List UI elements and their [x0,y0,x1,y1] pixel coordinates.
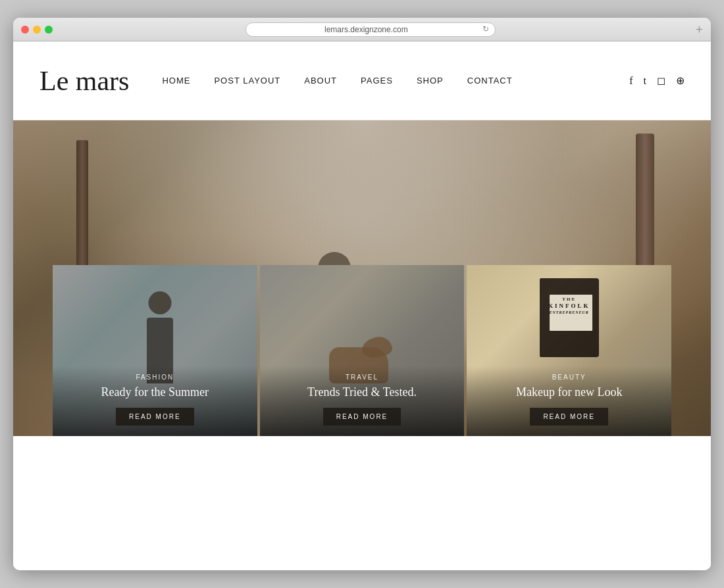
minimize-dot[interactable] [33,26,41,34]
site-logo[interactable]: Le mars [39,65,129,97]
nav-pages[interactable]: PAGES [361,76,393,86]
card-category-3: BEAUTY [477,374,661,381]
card-title-1: Ready for the Summer [63,385,247,400]
card-overlay-1: FASHION Ready for the Summer READ MORE [53,366,257,436]
book-title: THE KINFOLK Entrepreneur [540,297,599,316]
card-book-figure: THE KINFOLK Entrepreneur [540,278,599,357]
maximize-dot[interactable] [45,26,53,34]
url-bar: ↻ [58,22,690,37]
card-title-2: Trends Tried & Tested. [271,385,454,400]
book-line3: Entrepreneur [540,310,599,316]
social-icons: f t ◻ ⊕ [629,74,685,87]
site-nav: HOME POST LAYOUT ABOUT PAGES SHOP CONTAC… [162,76,629,86]
nav-home[interactable]: HOME [162,76,190,86]
twitter-icon[interactable]: t [644,75,646,87]
nav-post-layout[interactable]: POST LAYOUT [214,76,280,86]
card-category-1: FASHION [63,374,247,381]
close-dot[interactable] [21,26,29,34]
post-card-fashion[interactable]: FASHION Ready for the Summer READ MORE [53,265,257,436]
reload-icon[interactable]: ↻ [482,24,489,34]
browser-dots [21,26,53,34]
card-read-more-3[interactable]: READ MORE [477,408,661,426]
browser-content: Le mars HOME POST LAYOUT ABOUT PAGES SHO… [13,41,711,570]
new-tab-button[interactable]: + [696,23,703,36]
pinterest-icon[interactable]: ⊕ [676,74,685,87]
posts-section: FASHION Ready for the Summer READ MORE T… [13,265,711,436]
url-input[interactable] [246,22,496,37]
facebook-icon[interactable]: f [629,75,633,87]
card-overlay-2: TRAVEL Trends Tried & Tested. READ MORE [260,366,465,436]
instagram-icon[interactable]: ◻ [657,74,665,87]
browser-titlebar: ↻ + [13,18,711,41]
read-more-btn-2[interactable]: READ MORE [323,408,401,426]
card-title-3: Makeup for new Look [477,385,661,400]
card-read-more-2[interactable]: READ MORE [271,408,454,426]
card-overlay-3: BEAUTY Makeup for new Look READ MORE [467,366,671,436]
card-category-2: TRAVEL [271,374,454,381]
nav-shop[interactable]: SHOP [417,76,444,86]
read-more-btn-1[interactable]: READ MORE [116,408,194,426]
book-line1: THE [540,297,599,303]
post-card-beauty[interactable]: THE KINFOLK Entrepreneur BEAUTY Makeup f… [467,265,671,436]
post-card-travel[interactable]: TRAVEL Trends Tried & Tested. READ MORE [260,265,465,436]
card-read-more-1[interactable]: READ MORE [63,408,247,426]
book-line2: KINFOLK [540,303,599,310]
nav-contact[interactable]: CONTACT [467,76,513,86]
nav-about[interactable]: ABOUT [304,76,337,86]
browser-window: ↻ + Le mars HOME POST LAYOUT ABOUT PAGES… [13,18,711,570]
site-header: Le mars HOME POST LAYOUT ABOUT PAGES SHO… [13,41,711,120]
hero-section: FASHION Ready for the Summer READ MORE T… [13,120,711,436]
read-more-btn-3[interactable]: READ MORE [530,408,608,426]
